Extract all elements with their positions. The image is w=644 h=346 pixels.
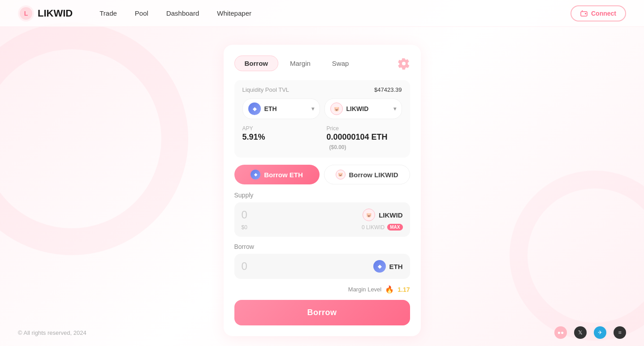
apy-block: APY 5.91% xyxy=(242,125,318,151)
supply-input[interactable] xyxy=(242,209,322,221)
supply-token: 🐷 LIKWID xyxy=(363,209,402,221)
tab-borrow[interactable]: Borrow xyxy=(234,56,279,71)
token2-label: LIKWID xyxy=(346,105,369,112)
borrow-box: ◆ ETH xyxy=(234,254,410,279)
tab-swap[interactable]: Swap xyxy=(322,56,359,71)
nav-pool[interactable]: Pool xyxy=(135,9,148,17)
tab-margin[interactable]: Margin xyxy=(280,56,320,71)
borrow-likwid-icon: 🐷 xyxy=(336,170,346,179)
likwid-icon: 🐷 xyxy=(330,103,343,115)
chevron-down-icon-2: ▾ xyxy=(393,106,396,112)
supply-usd: $0 xyxy=(242,224,247,231)
nav-whitepaper[interactable]: Whitepaper xyxy=(217,9,251,17)
borrow-input[interactable] xyxy=(242,260,322,273)
nav-trade[interactable]: Trade xyxy=(99,9,117,17)
connect-button[interactable]: Connect xyxy=(571,5,626,21)
borrow-likwid-button[interactable]: 🐷 Borrow LIKWID xyxy=(324,165,410,184)
eth-icon: ◆ xyxy=(248,103,261,115)
social-twitch-icon[interactable]: ●● xyxy=(554,326,567,339)
price-label: Price xyxy=(327,125,402,132)
supply-label: Supply xyxy=(234,192,410,199)
borrow-type-buttons: ◆ Borrow ETH 🐷 Borrow LIKWID xyxy=(234,165,410,184)
price-block: Price 0.00000104 ETH ($0.00) xyxy=(327,125,402,151)
main-card: Borrow Margin Swap Liquidity Pool TVL $4… xyxy=(224,45,421,336)
supply-token-icon: 🐷 xyxy=(363,209,375,221)
margin-level-icon: 🔥 xyxy=(385,285,394,294)
svg-text:L: L xyxy=(24,10,28,17)
footer: © All rights reserved, 2024 ●● 𝕏 ✈ ⌗ xyxy=(0,319,644,346)
tvl-label: Liquidity Pool TVL xyxy=(242,86,290,93)
price-usd: ($0.00) xyxy=(329,144,346,150)
copyright-text: © All rights reserved, 2024 xyxy=(18,329,86,336)
margin-level-label: Margin Level xyxy=(348,286,381,293)
price-value: 0.00000104 ETH ($0.00) xyxy=(327,132,402,151)
supply-box: 🐷 LIKWID $0 0 LIKWID MAX xyxy=(234,202,410,237)
social-x-icon[interactable]: 𝕏 xyxy=(574,326,587,339)
tabs-container: Borrow Margin Swap xyxy=(234,56,410,71)
pool-info: Liquidity Pool TVL $47423.39 ◆ ETH ▾ 🐷 L… xyxy=(234,80,410,158)
supply-balance: 0 LIKWID xyxy=(362,224,385,231)
apy-value: 5.91% xyxy=(242,132,318,142)
borrow-label: Borrow xyxy=(234,243,410,250)
token2-select[interactable]: 🐷 LIKWID ▾ xyxy=(324,98,402,119)
margin-level-value: 1.17 xyxy=(398,286,410,293)
max-button[interactable]: MAX xyxy=(387,224,402,231)
nav-dashboard[interactable]: Dashboard xyxy=(166,9,199,17)
social-github-icon[interactable]: ⌗ xyxy=(614,326,626,339)
token1-label: ETH xyxy=(264,105,277,112)
borrow-eth-icon: ◆ xyxy=(251,170,260,179)
apy-label: APY xyxy=(242,125,318,132)
token1-select[interactable]: ◆ ETH ▾ xyxy=(242,98,320,119)
settings-icon[interactable] xyxy=(398,57,410,70)
social-telegram-icon[interactable]: ✈ xyxy=(594,326,606,339)
margin-level-row: Margin Level 🔥 1.17 xyxy=(234,285,410,294)
wallet-icon xyxy=(580,10,588,17)
borrow-token-icon: ◆ xyxy=(373,260,386,273)
chevron-down-icon: ▾ xyxy=(311,106,314,112)
borrow-eth-button[interactable]: ◆ Borrow ETH xyxy=(234,165,320,184)
logo: L LIKWID xyxy=(18,5,73,21)
tvl-value: $47423.39 xyxy=(374,86,402,93)
svg-rect-4 xyxy=(585,13,586,14)
borrow-token: ◆ ETH xyxy=(373,260,403,273)
